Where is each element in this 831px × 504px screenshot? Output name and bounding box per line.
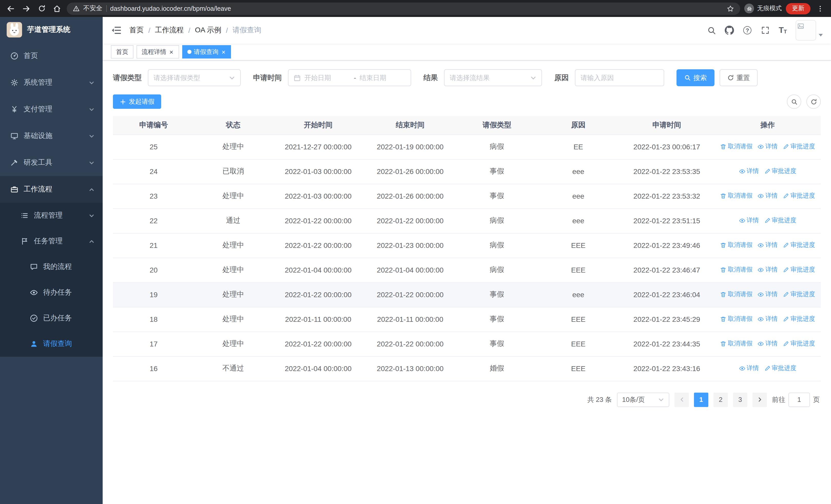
detail-link[interactable]: 详情 xyxy=(757,142,778,151)
user-menu[interactable] xyxy=(796,20,823,40)
detail-link[interactable]: 详情 xyxy=(739,167,759,176)
cancel-leave-link[interactable]: 取消请假 xyxy=(720,192,752,200)
back-icon[interactable] xyxy=(5,3,17,14)
cancel-leave-link[interactable]: 取消请假 xyxy=(720,266,752,274)
cancel-leave-link[interactable]: 取消请假 xyxy=(720,142,752,151)
reason-input[interactable] xyxy=(575,69,664,86)
sidebar-item-workflow[interactable]: 工作流程 xyxy=(0,176,103,203)
bookmark-star-icon[interactable] xyxy=(727,5,734,12)
sidebar-fold-icon[interactable] xyxy=(111,25,121,35)
table-row: 22 通过 2022-01-22 00:00:00 2022-01-22 00:… xyxy=(113,208,821,233)
sidebar-item-payment[interactable]: 支付管理 xyxy=(0,96,103,123)
page-goto-input[interactable] xyxy=(789,392,810,407)
app-logo[interactable]: 芋道管理系统 xyxy=(0,17,103,42)
cancel-leave-link[interactable]: 取消请假 xyxy=(720,315,752,324)
goto-suffix: 页 xyxy=(813,395,820,404)
chevron-down-icon xyxy=(89,80,94,85)
page-size-select[interactable]: 10条/页 xyxy=(617,392,669,407)
fullscreen-icon[interactable] xyxy=(761,26,770,35)
sidebar-item-done-tasks[interactable]: 已办任务 xyxy=(0,305,103,331)
cell-apply-time: 2022-01-22 23:49:46 xyxy=(619,233,715,258)
sidebar-item-process-management[interactable]: 流程管理 xyxy=(0,203,103,228)
detail-link[interactable]: 详情 xyxy=(757,241,778,250)
cancel-leave-link[interactable]: 取消请假 xyxy=(720,339,752,348)
breadcrumb-home[interactable]: 首页 xyxy=(130,26,144,35)
sidebar-item-todo-tasks[interactable]: 待办任务 xyxy=(0,280,103,305)
address-bar[interactable]: 不安全 dashboard.yudao.iocoder.cn/bpm/oa/le… xyxy=(67,2,740,14)
create-leave-button[interactable]: 发起请假 xyxy=(113,94,161,109)
browser-update-button[interactable]: 更新 xyxy=(786,3,810,14)
tab-process-detail[interactable]: 流程详情× xyxy=(137,45,179,59)
sidebar-item-home[interactable]: 首页 xyxy=(0,42,103,69)
apply-time-range-picker[interactable]: 开始日期 - 结束日期 xyxy=(288,69,411,86)
cancel-leave-link[interactable]: 取消请假 xyxy=(720,290,752,299)
approval-progress-link[interactable]: 审批进度 xyxy=(783,192,815,200)
table-row: 25 处理中 2021-12-27 00:00:00 2022-01-19 00… xyxy=(113,135,821,159)
approval-progress-link[interactable]: 审批进度 xyxy=(764,167,796,176)
reset-button[interactable]: 重置 xyxy=(720,69,757,86)
detail-link[interactable]: 详情 xyxy=(757,290,778,299)
tab-label: 请假查询 xyxy=(194,48,219,56)
tab-leave-query[interactable]: 请假查询× xyxy=(182,45,231,59)
forward-icon[interactable] xyxy=(21,3,32,14)
breadcrumb-workflow[interactable]: 工作流程 xyxy=(155,26,184,35)
detail-link[interactable]: 详情 xyxy=(739,364,759,373)
approval-progress-link[interactable]: 审批进度 xyxy=(783,339,815,348)
sidebar-item-dev-tools[interactable]: 研发工具 xyxy=(0,149,103,176)
cell-apply-id: 23 xyxy=(113,184,194,208)
avatar[interactable] xyxy=(796,20,816,40)
approval-progress-link[interactable]: 审批进度 xyxy=(783,290,815,299)
col-reason: 原因 xyxy=(538,116,619,135)
cell-apply-id: 24 xyxy=(113,159,194,184)
trash-icon xyxy=(720,316,726,322)
edit-icon xyxy=(783,144,789,150)
sidebar-item-my-processes[interactable]: 我的流程 xyxy=(0,254,103,280)
home-icon[interactable] xyxy=(51,3,63,14)
leave-type-select[interactable]: 请选择请假类型 xyxy=(148,69,241,86)
sidebar-item-system[interactable]: 系统管理 xyxy=(0,69,103,96)
approval-progress-link[interactable]: 审批进度 xyxy=(783,142,815,151)
detail-link[interactable]: 详情 xyxy=(757,192,778,200)
chevron-right-icon xyxy=(757,397,763,403)
next-page-button[interactable] xyxy=(752,392,767,407)
github-icon[interactable] xyxy=(725,26,734,35)
cancel-leave-link[interactable]: 取消请假 xyxy=(720,241,752,250)
detail-link[interactable]: 详情 xyxy=(757,315,778,324)
sidebar-item-infrastructure[interactable]: 基础设施 xyxy=(0,123,103,149)
help-icon[interactable]: ? xyxy=(743,26,752,35)
briefcase-icon xyxy=(10,185,19,194)
detail-link[interactable]: 详情 xyxy=(757,339,778,348)
sidebar-item-task-management[interactable]: 任务管理 xyxy=(0,228,103,254)
close-icon[interactable]: × xyxy=(221,49,226,55)
placeholder: 请选择请假类型 xyxy=(153,73,229,82)
approval-progress-link[interactable]: 审批进度 xyxy=(783,241,815,250)
approval-progress-link[interactable]: 审批进度 xyxy=(783,266,815,274)
browser-menu-icon[interactable] xyxy=(814,3,826,14)
result-select[interactable]: 请选择流结果 xyxy=(444,69,542,86)
toggle-search-button[interactable] xyxy=(787,94,801,109)
approval-progress-link[interactable]: 审批进度 xyxy=(764,216,796,225)
refresh-table-button[interactable] xyxy=(806,94,821,109)
cell-leave-type: 婚假 xyxy=(456,356,538,381)
page-button-3[interactable]: 3 xyxy=(733,392,747,407)
page-button-1[interactable]: 1 xyxy=(694,392,708,407)
page-button-2[interactable]: 2 xyxy=(713,392,728,407)
cell-status: 处理中 xyxy=(194,258,272,282)
approval-progress-link[interactable]: 审批进度 xyxy=(783,315,815,324)
reload-icon[interactable] xyxy=(36,3,47,14)
page-size-value: 10条/页 xyxy=(622,395,645,404)
cell-end-time: 2022-01-22 00:00:00 xyxy=(364,208,456,233)
tab-home[interactable]: 首页 xyxy=(111,45,134,59)
sidebar-item-leave-query[interactable]: 请假查询 xyxy=(0,331,103,357)
prev-page-button[interactable] xyxy=(675,392,689,407)
close-icon[interactable]: × xyxy=(169,49,174,55)
detail-link[interactable]: 详情 xyxy=(757,266,778,274)
search-button[interactable]: 搜索 xyxy=(677,69,715,86)
font-size-icon[interactable]: TT xyxy=(779,26,787,34)
menu-label: 研发工具 xyxy=(24,158,52,167)
detail-link[interactable]: 详情 xyxy=(739,216,759,225)
breadcrumb-oa-example[interactable]: OA 示例 xyxy=(195,26,222,35)
approval-progress-link[interactable]: 审批进度 xyxy=(764,364,796,373)
cell-apply-id: 18 xyxy=(113,307,194,331)
header-search-icon[interactable] xyxy=(707,26,716,35)
